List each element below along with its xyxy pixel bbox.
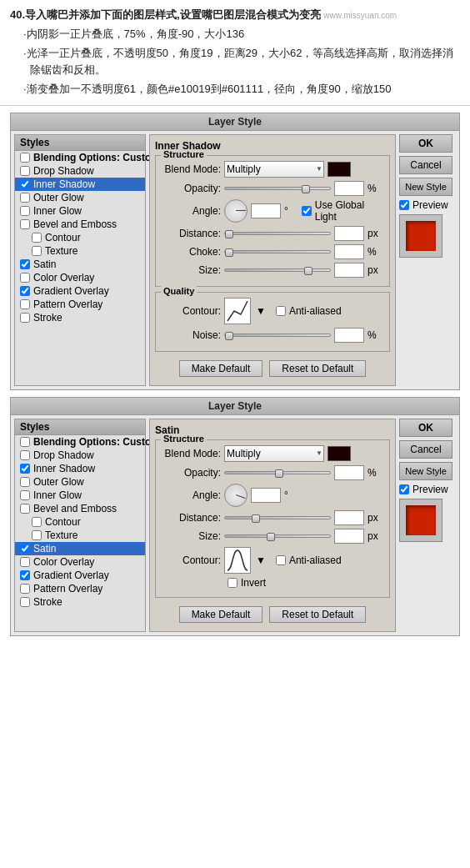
- styles-item-satin[interactable]: Satin: [15, 258, 145, 271]
- styles2-item-gradient-overlay[interactable]: Gradient Overlay: [15, 569, 145, 582]
- noise-slider[interactable]: [224, 329, 331, 341]
- cancel-button-2[interactable]: Cancel: [399, 440, 452, 459]
- opacity-row-2: Opacity: 50 %: [162, 465, 382, 480]
- anti-aliased-checkbox-2[interactable]: [276, 555, 286, 565]
- opacity-slider-2[interactable]: [224, 467, 331, 479]
- structure-group-2: Structure Blend Mode: Multiply Opacity:: [155, 439, 390, 598]
- contour-preview-2[interactable]: [224, 547, 251, 574]
- angle-row-2: Angle: 19 °: [162, 484, 382, 507]
- bullet-3: ·渐变叠加一不透明度61，颜色#e10019到#601111，径向，角度90，缩…: [17, 81, 460, 98]
- invert-checkbox[interactable]: [228, 578, 238, 588]
- styles2-item-outer-glow[interactable]: Outer Glow: [15, 475, 145, 489]
- use-global-light-label[interactable]: Use Global Light: [302, 199, 382, 223]
- styles-item-texture[interactable]: Texture: [15, 244, 145, 258]
- styles2-item-satin[interactable]: Satin: [15, 542, 145, 555]
- opacity-input-1[interactable]: 75: [334, 181, 364, 196]
- styles2-item-inner-glow[interactable]: Inner Glow: [15, 489, 145, 502]
- make-default-btn-1[interactable]: Make Default: [179, 360, 263, 377]
- ok-button-1[interactable]: OK: [399, 134, 452, 153]
- preview-thumbnail-1: [399, 214, 442, 258]
- size-slider-1[interactable]: [224, 264, 331, 276]
- contour-preview-1[interactable]: [224, 298, 251, 324]
- new-style-button-1[interactable]: New Style: [399, 178, 452, 196]
- angle-input-2[interactable]: 19: [251, 488, 281, 503]
- size-input-2[interactable]: 62: [334, 529, 364, 544]
- blend-mode-select[interactable]: Multiply: [224, 161, 324, 178]
- distance-input-2[interactable]: 29: [334, 510, 364, 525]
- styles2-item-inner-shadow[interactable]: Inner Shadow: [15, 462, 145, 475]
- size-input-1[interactable]: 136: [334, 263, 364, 278]
- blend-mode-row: Blend Mode: Multiply: [162, 161, 382, 178]
- styles-item-bevel-emboss[interactable]: Bevel and Emboss: [15, 218, 145, 231]
- blend-mode-select-wrapper[interactable]: Multiply: [224, 161, 324, 178]
- buttons-panel-2: OK Cancel New Style Preview: [399, 419, 456, 632]
- bottom-buttons-1: Make Default Reset to Default: [155, 357, 390, 380]
- preview-label-1: Preview: [412, 199, 448, 211]
- dialog-title-2: Layer Style: [11, 398, 459, 415]
- blend-mode-select-2[interactable]: Multiply: [224, 445, 324, 462]
- anti-aliased-checkbox-1[interactable]: [276, 306, 286, 316]
- step-text: 40.导入嘴巴并添加下面的图层样式,设置嘴巴图层混合模式为变亮 www.miss…: [10, 7, 460, 24]
- styles-item-blending-options[interactable]: Blending Options: Custom: [15, 151, 145, 164]
- choke-row: Choke: 0 %: [162, 244, 382, 259]
- styles-item-outer-glow[interactable]: Outer Glow: [15, 191, 145, 204]
- styles-item-pattern-overlay[interactable]: Pattern Overlay: [15, 298, 145, 311]
- styles2-item-pattern-overlay[interactable]: Pattern Overlay: [15, 582, 145, 595]
- preview-inner-2: [406, 505, 436, 535]
- blend-color-swatch-1[interactable]: [328, 162, 351, 177]
- use-global-light-checkbox[interactable]: [302, 206, 312, 216]
- opacity-input-2[interactable]: 50: [334, 465, 364, 480]
- styles2-item-bevel-emboss[interactable]: Bevel and Emboss: [15, 502, 145, 515]
- preview-checkbox-row-1[interactable]: Preview: [399, 199, 456, 211]
- distance-input-1[interactable]: 0: [334, 226, 364, 241]
- invert-row: Invert: [228, 577, 382, 589]
- opacity-slider-1[interactable]: [224, 183, 331, 194]
- preview-checkbox-2[interactable]: [399, 484, 409, 494]
- styles2-item-texture[interactable]: Texture: [15, 529, 145, 542]
- size-row-1: Size: 136 px: [162, 263, 382, 278]
- ok-button-2[interactable]: OK: [399, 419, 452, 437]
- styles2-item-contour[interactable]: Contour: [15, 515, 145, 529]
- choke-input[interactable]: 0: [334, 244, 364, 259]
- invert-label[interactable]: Invert: [228, 577, 266, 589]
- styles-item-inner-shadow[interactable]: Inner Shadow: [15, 178, 145, 191]
- reset-to-default-btn-1[interactable]: Reset to Default: [269, 360, 366, 377]
- angle-dial-1[interactable]: [224, 199, 248, 223]
- opacity-row-1: Opacity: 75 %: [162, 181, 382, 196]
- styles-item-contour[interactable]: Contour: [15, 231, 145, 244]
- distance-slider-1[interactable]: [224, 228, 331, 239]
- new-style-button-2[interactable]: New Style: [399, 462, 452, 480]
- layer-style-dialog-1: Layer Style Styles Blending Options: Cus…: [10, 113, 460, 390]
- angle-dial-2[interactable]: [224, 484, 248, 507]
- preview-checkbox-1[interactable]: [399, 200, 409, 210]
- blend-color-swatch-2[interactable]: [328, 446, 351, 461]
- styles2-item-blending-options[interactable]: Blending Options: Custom: [15, 435, 145, 449]
- distance-row-1: Distance: 0 px: [162, 226, 382, 241]
- bullet-1: ·内阴影一正片叠底，75%，角度-90，大小136: [17, 26, 460, 43]
- styles-panel-title-2: Styles: [15, 419, 145, 435]
- styles-item-gradient-overlay[interactable]: Gradient Overlay: [15, 284, 145, 298]
- styles-item-drop-shadow[interactable]: Drop Shadow: [15, 164, 145, 178]
- contour-row-2: Contour: ▼ Anti-aliased: [162, 547, 382, 574]
- styles-item-color-overlay[interactable]: Color Overlay: [15, 271, 145, 284]
- styles2-item-color-overlay[interactable]: Color Overlay: [15, 555, 145, 569]
- styles-item-stroke[interactable]: Stroke: [15, 311, 145, 324]
- cancel-button-1[interactable]: Cancel: [399, 156, 452, 174]
- styles-item-inner-glow[interactable]: Inner Glow: [15, 204, 145, 218]
- inner-shadow-content: Inner Shadow Structure Blend Mode: Multi…: [149, 134, 396, 386]
- make-default-btn-2[interactable]: Make Default: [179, 606, 263, 623]
- choke-slider[interactable]: [224, 246, 331, 258]
- layer-style-dialog-2: Layer Style Styles Blending Options: Cus…: [10, 397, 460, 636]
- size-slider-2[interactable]: [224, 530, 331, 542]
- reset-to-default-btn-2[interactable]: Reset to Default: [269, 606, 366, 623]
- preview-label-2: Preview: [412, 484, 448, 495]
- angle-input-1[interactable]: -90: [251, 203, 281, 218]
- distance-slider-2[interactable]: [224, 512, 331, 524]
- noise-input[interactable]: 0: [334, 328, 364, 343]
- preview-checkbox-row-2[interactable]: Preview: [399, 484, 456, 495]
- styles2-item-stroke[interactable]: Stroke: [15, 595, 145, 609]
- styles2-item-drop-shadow[interactable]: Drop Shadow: [15, 449, 145, 462]
- anti-aliased-label-1[interactable]: Anti-aliased: [276, 305, 342, 317]
- blend-mode-select-wrapper-2[interactable]: Multiply: [224, 445, 324, 462]
- anti-aliased-label-2[interactable]: Anti-aliased: [276, 554, 342, 566]
